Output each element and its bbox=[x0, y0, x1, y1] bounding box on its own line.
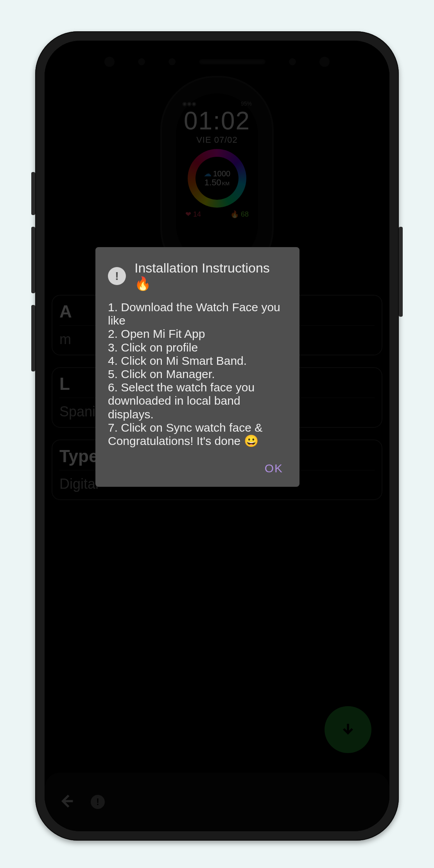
dialog-body: 1. Download the Watch Face you like 2. O… bbox=[108, 301, 287, 448]
volume-down-button bbox=[31, 305, 35, 371]
ok-button[interactable]: OK bbox=[261, 459, 287, 477]
dialog-step: 2. Open Mi Fit App bbox=[108, 327, 287, 341]
dialog-step: 3. Click on profile bbox=[108, 341, 287, 354]
dialog-step: 7. Click on Sync watch face & Congratula… bbox=[108, 421, 287, 448]
power-button bbox=[399, 227, 403, 317]
dialog-step: 4. Click on Mi Smart Band. bbox=[108, 354, 287, 368]
volume-up-button bbox=[31, 227, 35, 293]
dialog-title: Installation Instructions 🔥 bbox=[135, 260, 287, 291]
dialog-step: 5. Click on Manager. bbox=[108, 368, 287, 381]
alert-icon: ! bbox=[108, 267, 126, 285]
side-button bbox=[31, 172, 35, 215]
phone-frame: ◉◉◉ 95% 01:02 VIE 07/02 ☁ 1000 bbox=[35, 31, 399, 841]
instructions-dialog: ! Installation Instructions 🔥 1. Downloa… bbox=[95, 247, 299, 487]
phone-screen-bezel: ◉◉◉ 95% 01:02 VIE 07/02 ☁ 1000 bbox=[45, 41, 389, 831]
dialog-step: 6. Select the watch face you downloaded … bbox=[108, 381, 287, 421]
dialog-step: 1. Download the Watch Face you like bbox=[108, 301, 287, 327]
